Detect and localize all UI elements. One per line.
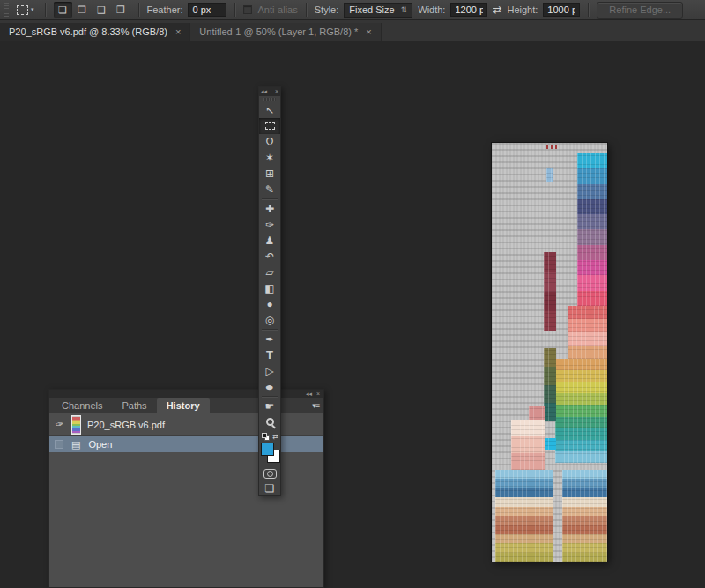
- rectangular-marquee-tool-button[interactable]: [259, 118, 280, 134]
- clone-stamp-tool-button[interactable]: ♟: [259, 233, 280, 249]
- healing-brush-tool-button[interactable]: ✚: [259, 201, 280, 217]
- document-tab-label: P20_sRGB v6.pdf @ 8.33% (RGB/8): [9, 26, 167, 37]
- style-select-value: Fixed Size: [349, 4, 394, 15]
- brush-tool-icon: ✑: [265, 220, 274, 230]
- divider: [234, 3, 235, 17]
- foreground-color-swatch[interactable]: [261, 443, 274, 456]
- screen-mode-button[interactable]: ❏: [259, 480, 280, 495]
- chart-region-cyan-to-pink-column: [577, 153, 607, 306]
- history-state-icon: ▤: [71, 439, 80, 450]
- quick-mask-icon: [263, 469, 277, 479]
- eyedropper-tool-button[interactable]: ✎: [259, 182, 280, 197]
- type-tool-button[interactable]: T: [259, 347, 280, 363]
- tab-close-icon[interactable]: ×: [366, 26, 371, 37]
- history-brush-tool-icon: ↶: [265, 251, 274, 262]
- pen-tool-button[interactable]: ✒: [259, 331, 280, 347]
- default-colors-icon[interactable]: [262, 433, 270, 441]
- options-bar-grip[interactable]: [4, 3, 9, 17]
- rectangular-marquee-icon: [17, 5, 28, 15]
- refine-edge-button[interactable]: Refine Edge...: [597, 2, 683, 19]
- panel-tab-paths[interactable]: Paths: [112, 398, 156, 413]
- divider: [138, 3, 139, 17]
- ellipse-tool-button[interactable]: ●: [259, 379, 280, 395]
- tool-list: ↖Ω✶⊞✎✚✑♟↶▱◧●◎✒T▷●☛: [259, 102, 280, 430]
- chart-region-small-blue-patch: [546, 168, 553, 183]
- lasso-tool-button[interactable]: Ω: [259, 134, 280, 150]
- tool-preset-picker[interactable]: ▾: [14, 4, 37, 17]
- history-brush-source-icon[interactable]: ✑: [53, 418, 66, 431]
- move-tool-button[interactable]: ↖: [259, 102, 280, 118]
- default-foreground-chip: [262, 433, 267, 438]
- toolbox-collapse-icon[interactable]: ◂◂: [261, 87, 267, 96]
- magic-wand-tool-button[interactable]: ✶: [259, 150, 280, 166]
- divider: [588, 3, 589, 17]
- history-snapshot-row[interactable]: ✑ P20_sRGB v6.pdf: [49, 413, 323, 436]
- chart-region-maroon-strip: [544, 252, 556, 331]
- toolbox-grip[interactable]: [263, 98, 276, 101]
- toolbox-close-icon[interactable]: ×: [275, 87, 278, 96]
- dodge-tool-button[interactable]: ◎: [259, 312, 280, 328]
- history-brush-source-well[interactable]: [55, 440, 63, 449]
- chart-region-coral-band: [568, 306, 607, 358]
- anti-alias-checkbox[interactable]: [243, 5, 252, 14]
- subtract-from-selection-icon: ❑: [97, 4, 106, 16]
- tab-close-icon[interactable]: ×: [175, 26, 181, 37]
- gradient-tool-icon: ◧: [264, 283, 274, 294]
- zoom-tool-button[interactable]: [259, 414, 280, 430]
- lasso-tool-icon: Ω: [266, 137, 274, 147]
- path-selection-tool-button[interactable]: ▷: [259, 363, 280, 379]
- hand-tool-button[interactable]: ☛: [259, 398, 280, 414]
- brush-tool-button[interactable]: ✑: [259, 217, 280, 233]
- document-tab-bar: P20_sRGB v6.pdf @ 8.33% (RGB/8)×Untitled…: [0, 20, 705, 41]
- toolbox-separator: [262, 198, 278, 199]
- height-input[interactable]: [543, 3, 580, 17]
- document-image: [492, 143, 607, 562]
- document-tab-1[interactable]: Untitled-1 @ 50% (Layer 1, RGB/8) *×: [190, 23, 381, 41]
- gradient-tool-button[interactable]: ◧: [259, 280, 280, 296]
- divider: [306, 3, 307, 17]
- toolbox-header[interactable]: ◂◂ ×: [259, 87, 280, 96]
- intersect-selection-icon: ❒: [116, 4, 125, 16]
- new-selection-button[interactable]: ❏: [54, 2, 72, 18]
- healing-brush-tool-icon: ✚: [265, 204, 274, 214]
- history-brush-tool-button[interactable]: ↶: [259, 249, 280, 264]
- selection-mode-group: ❏❐❑❒: [54, 2, 130, 18]
- height-label: Height:: [508, 4, 538, 15]
- toolbox-separator: [262, 396, 278, 397]
- panel-collapse-icon[interactable]: ◂◂: [306, 391, 312, 398]
- crop-tool-button[interactable]: ⊞: [259, 166, 280, 182]
- panel-menu-icon[interactable]: ▾≡: [312, 401, 319, 410]
- panel-tab-history[interactable]: History: [157, 398, 210, 413]
- style-select[interactable]: Fixed Size ⇅: [344, 3, 412, 18]
- move-tool-icon: ↖: [265, 105, 274, 115]
- swap-colors-icon[interactable]: ⇄: [272, 433, 278, 441]
- color-controls: ⇄: [259, 432, 280, 466]
- panel-close-icon[interactable]: ×: [316, 391, 320, 398]
- swap-dimensions-icon[interactable]: ⇄: [493, 4, 501, 16]
- feather-label: Feather:: [147, 4, 183, 15]
- new-selection-icon: ❏: [58, 4, 67, 16]
- width-input[interactable]: [450, 3, 487, 17]
- hand-tool-icon: ☛: [265, 401, 275, 412]
- style-label: Style:: [315, 4, 339, 15]
- magic-wand-tool-icon: ✶: [265, 153, 274, 163]
- add-to-selection-icon: ❐: [78, 4, 86, 16]
- add-to-selection-button[interactable]: ❐: [73, 2, 92, 18]
- intersect-selection-button[interactable]: ❒: [112, 2, 130, 18]
- subtract-from-selection-button[interactable]: ❑: [93, 2, 111, 18]
- panel-header: ◂◂ ×: [49, 390, 323, 398]
- blur-tool-button[interactable]: ●: [259, 296, 280, 312]
- type-tool-icon: T: [266, 349, 273, 361]
- panel-tab-channels[interactable]: Channels: [52, 398, 112, 413]
- path-selection-tool-icon: ▷: [265, 366, 273, 376]
- snapshot-name: P20_sRGB v6.pdf: [87, 420, 165, 430]
- divider: [45, 3, 46, 17]
- panel-tab-bar: ChannelsPathsHistory▾≡: [49, 398, 323, 413]
- quick-mask-button[interactable]: [259, 466, 280, 481]
- feather-input[interactable]: [188, 3, 226, 17]
- document-tab-0[interactable]: P20_sRGB v6.pdf @ 8.33% (RGB/8)×: [0, 23, 190, 41]
- eraser-tool-button[interactable]: ▱: [259, 264, 280, 280]
- chart-region-warm-to-cool-column: [555, 359, 607, 464]
- toolbox-palette: ◂◂ × ↖Ω✶⊞✎✚✑♟↶▱◧●◎✒T▷●☛ ⇄ ❏: [258, 86, 281, 496]
- history-state-row[interactable]: ▤ Open: [49, 436, 323, 452]
